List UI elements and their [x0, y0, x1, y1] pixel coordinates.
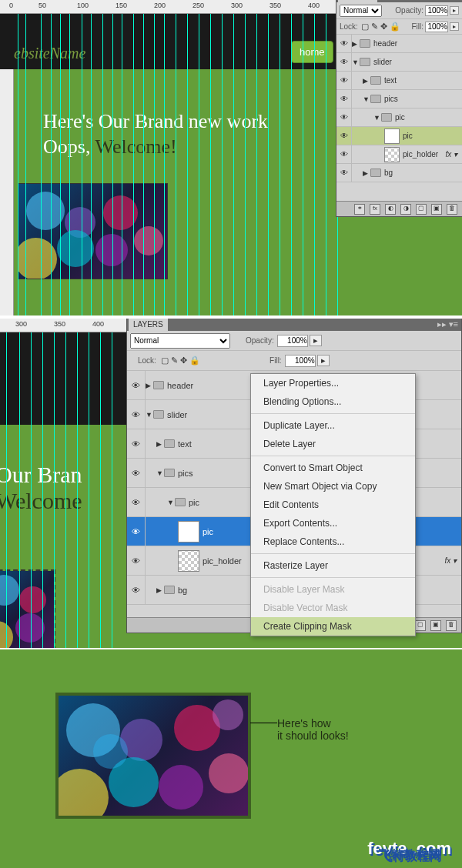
folder-icon[interactable]: ▢: [416, 204, 427, 215]
fill-input[interactable]: [285, 355, 316, 367]
trash-icon[interactable]: 🗑: [447, 204, 457, 215]
menu-item: Disable Vector Mask: [251, 599, 415, 617]
bokeh-selection[interactable]: [0, 569, 55, 648]
canvas[interactable]: Our Bran Welcome: [0, 332, 126, 648]
layer-thumb-icon[interactable]: [384, 147, 400, 162]
layer-name[interactable]: pic: [403, 132, 462, 140]
menu-item[interactable]: Delete Layer: [251, 435, 415, 453]
layer-name[interactable]: pics: [384, 95, 462, 103]
visibility-eye-icon[interactable]: 👁: [336, 108, 352, 126]
fx-badge[interactable]: fx ▾: [445, 150, 457, 159]
opacity-arrow-icon[interactable]: ▸: [310, 335, 322, 346]
adjust-icon[interactable]: ◑: [400, 204, 411, 215]
blend-mode-select[interactable]: Normal: [130, 333, 230, 349]
visibility-eye-icon[interactable]: 👁: [127, 546, 146, 575]
menu-separator: [251, 456, 415, 456]
visibility-eye-icon[interactable]: 👁: [127, 517, 146, 546]
visibility-eye-icon[interactable]: 👁: [127, 576, 146, 604]
layer-name[interactable]: slider: [373, 58, 462, 66]
fx-icon[interactable]: fx: [370, 204, 380, 215]
panel-menu-icon[interactable]: ▸≡: [450, 0, 459, 1]
layer-name[interactable]: pic_holder: [403, 150, 445, 159]
disclosure-triangle-icon[interactable]: ▶: [156, 586, 164, 594]
trash-icon[interactable]: 🗑: [446, 620, 457, 631]
visibility-eye-icon[interactable]: 👁: [336, 145, 352, 163]
opacity-arrow-icon[interactable]: ▸: [450, 6, 459, 15]
fill-field[interactable]: Fill: ▸: [411, 22, 459, 32]
menu-item[interactable]: Layer Properties...: [251, 374, 415, 392]
fill-arrow-icon[interactable]: ▸: [317, 355, 330, 366]
disclosure-triangle-icon[interactable]: ▶: [363, 169, 370, 177]
layer-thumb-icon[interactable]: [178, 550, 199, 572]
disclosure-triangle-icon[interactable]: ▶: [146, 382, 153, 389]
layers-tab[interactable]: LAYERS: [129, 318, 168, 331]
layer-row-pic[interactable]: 👁▼pic: [336, 108, 462, 127]
ruler-horizontal: 300 350 400: [0, 319, 126, 332]
disclosure-triangle-icon[interactable]: ▼: [352, 58, 360, 66]
new-layer-icon[interactable]: ▣: [430, 620, 441, 631]
visibility-eye-icon[interactable]: 👁: [336, 127, 352, 145]
panel-menu-icon[interactable]: ▸▸ ▾≡: [437, 319, 458, 329]
caption-line2: it should looks!: [277, 729, 349, 742]
fill-arrow-icon[interactable]: ▸: [450, 22, 459, 31]
fx-badge[interactable]: fx ▾: [444, 556, 457, 565]
menu-item[interactable]: Replace Contents...: [251, 532, 415, 551]
layer-thumb-icon[interactable]: [384, 129, 400, 144]
visibility-eye-icon[interactable]: 👁: [127, 371, 146, 399]
menu-item[interactable]: Create Clipping Mask: [251, 617, 415, 636]
screenshot-top: 0 50 100 150 200 250 300 350 400 ebsiteN…: [0, 0, 462, 315]
layer-row-slider[interactable]: 👁▼slider: [336, 53, 462, 72]
screenshot-context-menu: 300 350 400 Our Bran Welcome LAYERS: [0, 315, 462, 648]
mask-icon[interactable]: ◐: [385, 204, 396, 215]
visibility-eye-icon[interactable]: 👁: [336, 35, 352, 52]
layer-row-bg[interactable]: 👁▶bg: [336, 164, 462, 182]
visibility-eye-icon[interactable]: 👁: [336, 72, 352, 89]
link-icon[interactable]: ⚭: [354, 204, 365, 215]
visibility-eye-icon[interactable]: 👁: [127, 400, 146, 429]
visibility-eye-icon[interactable]: 👁: [336, 164, 352, 182]
blend-mode-select[interactable]: Normal: [340, 5, 382, 17]
layers-panel[interactable]: LAYERS ▸≡ Normal Opacity: ▸ Lock: ▢ ✎ ✥ …: [336, 0, 462, 217]
bokeh-image[interactable]: [18, 183, 168, 279]
menu-item[interactable]: Duplicate Layer...: [251, 416, 415, 435]
layer-name[interactable]: text: [384, 76, 462, 85]
layer-row-pic_holder[interactable]: 👁pic_holderfx ▾: [336, 145, 462, 164]
visibility-eye-icon[interactable]: 👁: [127, 488, 146, 516]
layer-tree[interactable]: 👁▶header👁▼slider👁▶text👁▼pics👁▼pic👁pic👁pi…: [336, 35, 462, 182]
layer-row-pics[interactable]: 👁▼pics: [336, 90, 462, 108]
disclosure-triangle-icon[interactable]: ▼: [156, 469, 164, 477]
opacity-field[interactable]: Opacity: ▸: [395, 5, 459, 16]
disclosure-triangle-icon[interactable]: ▼: [146, 411, 153, 419]
menu-item[interactable]: Blending Options...: [251, 392, 415, 411]
visibility-eye-icon[interactable]: 👁: [127, 459, 146, 487]
fill-input[interactable]: [425, 22, 448, 32]
menu-item[interactable]: Rasterize Layer: [251, 556, 415, 575]
home-button[interactable]: home: [291, 41, 333, 63]
disclosure-triangle-icon[interactable]: ▶: [363, 77, 370, 85]
visibility-eye-icon[interactable]: 👁: [336, 90, 352, 108]
menu-item[interactable]: Export Contents...: [251, 514, 415, 532]
menu-item[interactable]: New Smart Object via Copy: [251, 477, 415, 496]
disclosure-triangle-icon[interactable]: ▶: [156, 440, 164, 448]
new-layer-icon[interactable]: ▣: [431, 204, 442, 215]
visibility-eye-icon[interactable]: 👁: [127, 429, 146, 458]
layers-tab[interactable]: LAYERS: [338, 0, 377, 2]
layer-row-text[interactable]: 👁▶text: [336, 72, 462, 90]
opacity-input[interactable]: [277, 335, 308, 347]
menu-item[interactable]: Edit Contents: [251, 496, 415, 514]
disclosure-triangle-icon[interactable]: ▶: [352, 40, 360, 48]
disclosure-triangle-icon[interactable]: ▼: [373, 114, 381, 122]
layer-row-header[interactable]: 👁▶header: [336, 35, 462, 53]
layer-name[interactable]: pic: [395, 113, 462, 122]
layer-row-pic[interactable]: 👁pic: [336, 127, 462, 145]
opacity-input[interactable]: [425, 5, 448, 16]
visibility-eye-icon[interactable]: 👁: [336, 53, 352, 71]
disclosure-triangle-icon[interactable]: ▼: [363, 95, 370, 103]
layer-name[interactable]: header: [373, 39, 462, 48]
disclosure-triangle-icon[interactable]: ▼: [167, 499, 175, 506]
folder-icon[interactable]: ▢: [415, 620, 426, 631]
context-menu[interactable]: Layer Properties...Blending Options...Du…: [250, 373, 416, 636]
menu-item[interactable]: Convert to Smart Object: [251, 459, 415, 477]
layer-thumb-icon[interactable]: [178, 521, 199, 542]
layer-name[interactable]: bg: [384, 169, 462, 177]
